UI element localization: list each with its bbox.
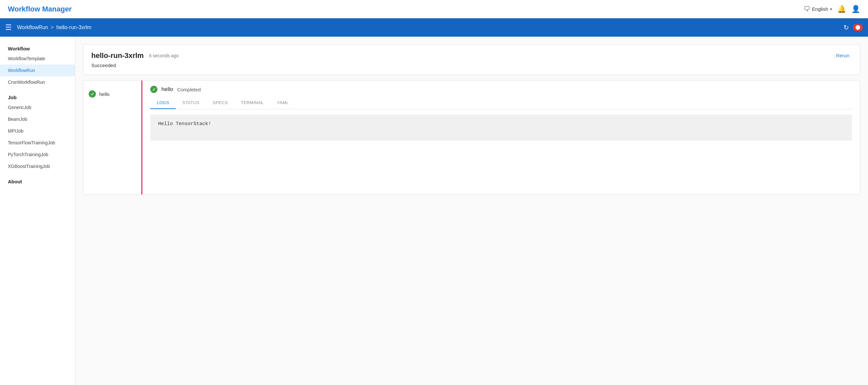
tab-logs[interactable]: LOGS [150, 97, 176, 109]
job-detail-status: Completed [177, 87, 201, 92]
sub-header-right: ↻ [843, 24, 863, 31]
chevron-down-icon: ▾ [830, 7, 832, 11]
sidebar-item-beamjob[interactable]: BeamJob [0, 113, 75, 125]
sidebar: Workflow WorkflowTemplate WorkflowRun Cr… [0, 37, 75, 385]
run-time: 6 seconds ago [149, 53, 179, 58]
run-title-row: hello-run-3xrlm 6 seconds ago [91, 51, 179, 60]
hamburger-icon[interactable]: ☰ [5, 23, 12, 32]
job-detail-name: hello [161, 86, 173, 93]
sub-header: ☰ WorkflowRun > hello-run-3xrlm ↻ [0, 18, 868, 37]
sidebar-item-cronworkflowrun[interactable]: CronWorkflowRun [0, 76, 75, 88]
sidebar-section-workflow: Workflow [0, 43, 75, 53]
job-detail-header: hello Completed [150, 86, 852, 93]
sidebar-item-workflowrun[interactable]: WorkflowRun [0, 64, 75, 76]
job-list: hello [84, 81, 143, 195]
status-dot [856, 25, 860, 30]
run-status: Succeeded [91, 62, 179, 68]
run-name: hello-run-3xrlm [91, 51, 144, 60]
job-list-item-label: hello [99, 91, 110, 97]
sidebar-item-pytorchtrainingjob[interactable]: PyTorchTrainingJob [0, 149, 75, 160]
status-toggle[interactable] [853, 24, 863, 31]
breadcrumb-separator: > [51, 25, 54, 30]
tab-specs[interactable]: SPECS [206, 97, 234, 109]
job-panel: hello hello Completed LOGS STATUS [83, 80, 860, 195]
sidebar-section-about: About [0, 176, 75, 186]
tab-yaml[interactable]: YAML [270, 97, 295, 109]
sidebar-section-job: Job [0, 92, 75, 101]
lang-label: English [812, 6, 828, 12]
app-title[interactable]: Workflow Manager [8, 5, 72, 13]
refresh-icon[interactable]: ↻ [843, 24, 849, 31]
job-detail-success-icon [150, 86, 157, 93]
log-content: Hello TensorStack! [158, 121, 211, 127]
breadcrumb-current[interactable]: hello-run-3xrlm [56, 25, 91, 30]
job-detail: hello Completed LOGS STATUS SPECS TER [143, 81, 860, 195]
top-header: Workflow Manager 🗨 English ▾ 🔔 👤 [0, 0, 868, 18]
user-icon[interactable]: 👤 [851, 5, 860, 13]
sidebar-item-tensorflowtrainingjob[interactable]: TensorFlowTrainingJob [0, 137, 75, 149]
translate-icon: 🗨 [804, 5, 810, 13]
rerun-button[interactable]: Rerun [833, 51, 852, 60]
lang-selector[interactable]: 🗨 English ▾ [804, 5, 832, 13]
main-layout: Workflow WorkflowTemplate WorkflowRun Cr… [0, 37, 868, 385]
tab-terminal[interactable]: TERMINAL [234, 97, 270, 109]
run-info: hello-run-3xrlm 6 seconds ago Succeeded [91, 51, 179, 68]
job-success-icon [89, 90, 96, 97]
sidebar-item-xgboosttrainingjob[interactable]: XGBoostTrainingJob [0, 160, 75, 172]
run-header-card: hello-run-3xrlm 6 seconds ago Succeeded … [83, 45, 860, 75]
tab-status[interactable]: STATUS [176, 97, 206, 109]
sidebar-item-genericjob[interactable]: GenericJob [0, 101, 75, 113]
breadcrumb-root[interactable]: WorkflowRun [17, 25, 48, 30]
job-list-item[interactable]: hello [84, 87, 142, 101]
header-right: 🗨 English ▾ 🔔 👤 [804, 5, 860, 13]
sidebar-item-mpijob[interactable]: MPIJob [0, 125, 75, 137]
sidebar-item-workflowtemplate[interactable]: WorkflowTemplate [0, 53, 75, 64]
bell-icon[interactable]: 🔔 [837, 5, 846, 13]
content: hello-run-3xrlm 6 seconds ago Succeeded … [75, 37, 868, 385]
tabs: LOGS STATUS SPECS TERMINAL YAML [150, 97, 852, 109]
log-output: Hello TensorStack! [150, 115, 852, 141]
